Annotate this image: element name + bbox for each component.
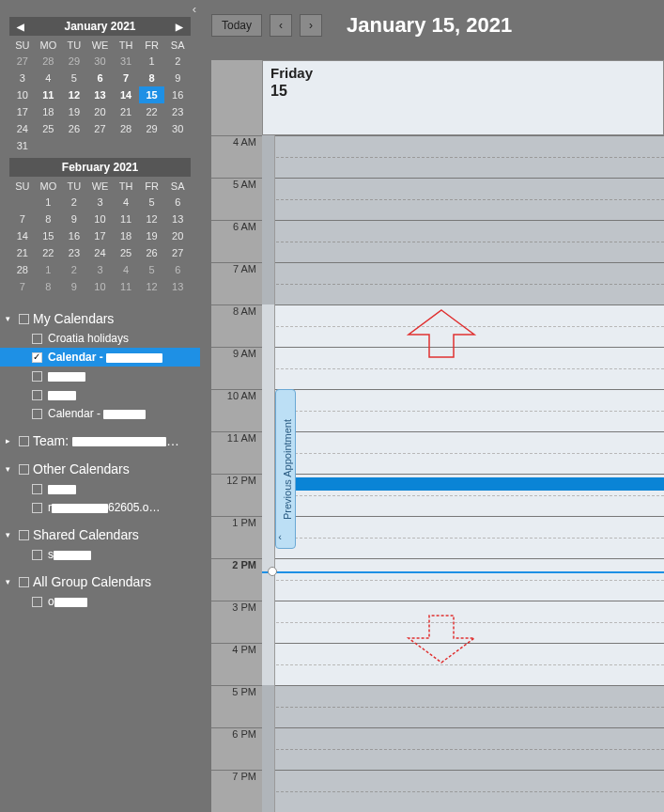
mini-cal-day[interactable]: 2 (164, 53, 191, 70)
time-slot[interactable] (262, 135, 664, 178)
mini-cal-day[interactable]: 27 (87, 120, 114, 137)
checkbox[interactable] (32, 371, 42, 382)
mini-cal-day[interactable]: 13 (164, 278, 191, 295)
time-grid[interactable] (262, 135, 664, 812)
mini-cal-day[interactable]: 1 (36, 194, 62, 211)
mini-cal-day[interactable]: 8 (36, 211, 62, 227)
day-header[interactable]: Friday 15 (262, 60, 664, 135)
mini-cal-day[interactable]: 9 (61, 278, 87, 295)
mini-cal-day[interactable]: 28 (9, 261, 36, 278)
mini-cal-day[interactable]: 14 (9, 227, 36, 244)
time-slot[interactable] (262, 431, 664, 474)
calendar-item[interactable]: o (0, 592, 200, 611)
time-slot[interactable] (262, 516, 664, 558)
mini-cal-day[interactable]: 5 (139, 261, 165, 278)
mini-cal-day[interactable]: 18 (36, 103, 62, 120)
group-header-allgroup[interactable]: ▾ All Group Calendars (0, 571, 200, 592)
group-header-team[interactable]: ▸ Team: … (0, 430, 200, 451)
mini-cal-day[interactable]: 11 (113, 278, 139, 295)
calendar-item[interactable] (0, 367, 200, 385)
mini-cal-day[interactable]: 17 (87, 227, 114, 244)
mini-cal-day[interactable]: 24 (9, 120, 36, 137)
calendar-item[interactable]: s (0, 545, 200, 564)
checkbox[interactable] (32, 550, 42, 560)
time-slot[interactable] (262, 558, 664, 601)
checkbox[interactable] (32, 597, 42, 607)
next-month-icon[interactable]: ▶ (172, 20, 187, 34)
mini-cal-day[interactable]: 13 (87, 86, 114, 103)
mini-cal-day[interactable]: 4 (36, 70, 62, 86)
mini-cal-day[interactable]: 6 (164, 194, 191, 211)
calendar-item[interactable] (0, 385, 200, 404)
time-slot[interactable] (262, 770, 664, 812)
prev-day-button[interactable]: ‹ (270, 14, 292, 37)
group-header-other[interactable]: ▾ Other Calendars (0, 459, 200, 479)
mini-cal-day[interactable]: 21 (113, 103, 139, 120)
mini-cal-day[interactable]: 16 (164, 86, 191, 103)
mini-cal-day[interactable]: 10 (87, 211, 114, 227)
mini-cal-day[interactable]: 6 (87, 70, 114, 86)
mini-cal-day[interactable]: 28 (36, 53, 62, 70)
today-button[interactable]: Today (211, 14, 262, 37)
mini-cal-day[interactable]: 12 (61, 86, 87, 103)
checkbox[interactable] (32, 484, 42, 494)
time-slot[interactable] (262, 178, 664, 220)
mini-cal-day[interactable]: 25 (36, 120, 62, 137)
checkbox[interactable] (19, 436, 29, 446)
mini-cal-day[interactable]: 5 (139, 194, 165, 211)
mini-cal-day[interactable]: 22 (36, 244, 62, 261)
time-slot[interactable] (262, 220, 664, 262)
time-slot[interactable] (262, 727, 664, 770)
mini-cal-day[interactable]: 20 (87, 103, 114, 120)
mini-cal-day[interactable]: 24 (87, 244, 114, 261)
mini-cal-day[interactable]: 23 (61, 244, 87, 261)
mini-cal-day[interactable]: 3 (87, 194, 114, 211)
mini-cal-day[interactable]: 19 (139, 227, 165, 244)
mini-cal-day[interactable]: 11 (36, 86, 62, 103)
calendar-item[interactable]: Calendar - (0, 348, 200, 367)
mini-cal-day[interactable]: 4 (113, 194, 139, 211)
time-slot[interactable] (262, 389, 664, 431)
group-header-my[interactable]: ▾ My Calendars (0, 308, 200, 329)
mini-cal-day[interactable]: 16 (61, 227, 87, 244)
mini-cal-day[interactable]: 10 (9, 86, 36, 103)
mini-cal-day[interactable]: 7 (9, 211, 36, 227)
mini-cal-day[interactable]: 5 (61, 70, 87, 86)
mini-cal-day[interactable]: 11 (113, 211, 139, 227)
mini-cal-day[interactable]: 26 (139, 244, 165, 261)
mini-cal-day[interactable]: 2 (61, 261, 87, 278)
mini-cal-day[interactable]: 10 (87, 278, 114, 295)
calendar-item[interactable]: r62605.o… (0, 498, 200, 517)
mini-cal-day[interactable]: 14 (113, 86, 139, 103)
mini-cal-day[interactable]: 15 (139, 86, 165, 103)
time-slot[interactable] (262, 262, 664, 304)
time-slot[interactable] (262, 685, 664, 727)
checkbox[interactable] (32, 503, 42, 513)
mini-cal-day[interactable]: 22 (139, 103, 165, 120)
calendar-item[interactable] (0, 479, 200, 498)
mini-cal-day[interactable]: 28 (113, 120, 139, 137)
mini-cal-day[interactable]: 13 (164, 211, 191, 227)
mini-cal-day[interactable]: 18 (113, 227, 139, 244)
mini-cal-day[interactable]: 17 (9, 103, 36, 120)
mini-cal-day[interactable]: 30 (87, 53, 114, 70)
group-header-shared[interactable]: ▾ Shared Calendars (0, 524, 200, 545)
mini-cal-day[interactable]: 27 (9, 53, 36, 70)
mini-cal-day[interactable]: 9 (61, 211, 87, 227)
mini-cal-day[interactable]: 31 (113, 53, 139, 70)
checkbox[interactable] (19, 464, 29, 475)
prev-month-icon[interactable]: ◀ (13, 20, 28, 34)
checkbox[interactable] (19, 314, 29, 324)
mini-cal-day[interactable]: 26 (61, 120, 87, 137)
mini-cal-day[interactable]: 29 (61, 53, 87, 70)
checkbox[interactable] (32, 352, 42, 363)
mini-cal-day[interactable]: 7 (9, 278, 36, 295)
mini-cal-day[interactable]: 29 (139, 120, 165, 137)
checkbox[interactable] (19, 577, 29, 587)
mini-cal-day[interactable]: 3 (87, 261, 114, 278)
mini-cal-day[interactable]: 1 (36, 261, 62, 278)
mini-cal-day[interactable]: 19 (61, 103, 87, 120)
mini-cal-day[interactable]: 31 (9, 137, 36, 154)
mini-cal-day[interactable]: 7 (113, 70, 139, 86)
mini-cal-day[interactable]: 9 (164, 70, 191, 86)
